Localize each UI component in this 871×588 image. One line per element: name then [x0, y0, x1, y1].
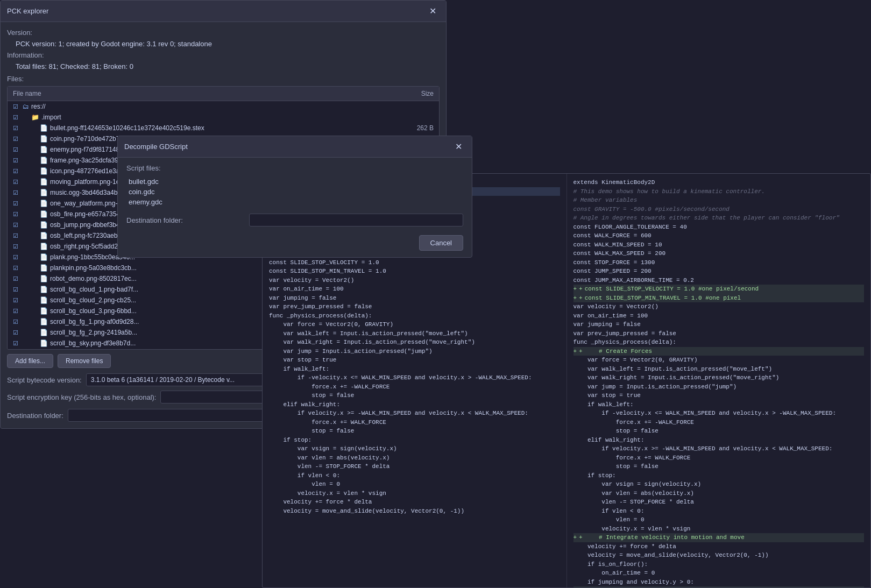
file-name: scroll_bg_cloud_2.png-cb25...	[50, 296, 136, 304]
diff-line: var walk_right = Input.is_action_pressed…	[269, 338, 560, 347]
diff-line: vlen = 0	[269, 480, 560, 489]
diff-line: stop = false	[573, 462, 865, 471]
diff-line: stop = false	[269, 427, 560, 436]
decompile-cancel-button[interactable]: Cancel	[419, 235, 463, 251]
diff-line: var vsign = sign(velocity.x)	[269, 444, 560, 454]
file-icon: 📄	[40, 253, 48, 261]
diff-line: var prev_jump_pressed = false	[573, 329, 865, 338]
diff-line: if stop:	[573, 471, 865, 480]
checkbox-icon: ☑	[13, 329, 18, 336]
checkbox-icon: ☑	[13, 211, 18, 218]
script-list-item[interactable]: bullet.gdc	[126, 176, 463, 187]
file-name: scroll_bg_fg_2.png-2419a5b...	[50, 329, 137, 336]
version-row: Version:	[7, 29, 440, 37]
diff-line: var jump = Input.is_action_pressed("jump…	[573, 382, 865, 392]
diff-line: stop = false	[269, 391, 560, 400]
checkbox-icon: ☑	[13, 308, 18, 315]
diff-line: const WALK_MAX_SPEED = 200	[573, 249, 865, 258]
decompile-dialog-content: Script files: bullet.gdccoin.gdcenemy.gd…	[118, 158, 472, 257]
diff-line: const SLIDE_STOP_VELOCITY = 1.0	[269, 258, 560, 267]
checkbox-icon: ☑	[13, 136, 18, 143]
diff-line: var jumping = false	[269, 294, 560, 303]
diff-line: elif walk_right:	[573, 436, 865, 445]
diff-line: const STOP_FORCE = 1300	[573, 258, 865, 267]
diff-line: if -velocity.x <= WALK_MIN_SPEED and vel…	[573, 409, 865, 418]
table-row[interactable]: ☑🗂res://	[8, 101, 439, 112]
decompile-dialog: Decompile GDScript ✕ Script files: bulle…	[117, 136, 472, 258]
diff-line: # Angle in degrees towards either side t…	[573, 214, 865, 223]
dest-folder-label: Destination folder:	[7, 412, 63, 420]
diff-line: force.x += WALK_FORCE	[269, 418, 560, 427]
diff-line: const JUMP_SPEED = 200	[573, 267, 865, 276]
diff-line: func _physics_process(delta):	[573, 338, 865, 347]
file-icon: 📄	[40, 296, 48, 304]
script-list-item[interactable]: enemy.gdc	[126, 197, 463, 207]
diff-line: if is_on_floor():	[573, 560, 865, 569]
diff-line: if vlen < 0:	[573, 507, 865, 516]
diff-line: const JUMP_MAX_AIRBORNE_TIME = 0.2	[573, 276, 865, 285]
pck-dialog-titlebar: PCK explorer ✕	[1, 1, 446, 22]
checkbox-icon: ☑	[13, 254, 18, 261]
version-value-row: PCK version: 1; created by Godot engine:…	[7, 40, 440, 48]
diff-line: if walk_left:	[269, 365, 560, 374]
col-file-name: File name	[8, 87, 376, 101]
diff-line: on_air_time = 0	[573, 569, 865, 578]
diff-line: const WALK_FORCE = 600	[573, 231, 865, 240]
diff-line: var on_air_time = 100	[269, 285, 560, 294]
diff-line: var jumping = false	[573, 320, 865, 329]
decompile-dialog-buttons: Cancel	[126, 235, 463, 251]
diff-right-pane[interactable]: extends KinematicBody2D# This demo shows…	[567, 174, 871, 587]
diff-line: var velocity = Vector2()	[269, 276, 560, 285]
table-row[interactable]: ☑📁.import	[8, 112, 439, 123]
file-icon: 📄	[40, 318, 48, 325]
diff-line: const FLOOR_ANGLE_TOLERANCE = 40	[573, 223, 865, 232]
diff-line: extends KinematicBody2D	[573, 178, 865, 187]
col-size: Size	[376, 87, 439, 101]
diff-line: var force = Vector2(0, GRAVITY)	[269, 320, 560, 329]
checkbox-icon: ☑	[13, 340, 18, 347]
remove-files-button[interactable]: Remove files	[58, 354, 111, 368]
file-icon: 📄	[40, 146, 48, 153]
diff-line: var walk_right = Input.is_action_pressed…	[573, 373, 865, 382]
file-name: robot_demo.png-8502817ec...	[50, 275, 137, 282]
file-icon: 📄	[40, 286, 48, 293]
diff-line: velocity = move_and_slide(velocity, Vect…	[269, 507, 560, 516]
diff-line: + # Create Forces	[573, 347, 865, 356]
diff-line: if velocity.x >= -WALK_MIN_SPEED and vel…	[269, 409, 560, 418]
diff-line: vlen -= STOP_FORCE * delta	[573, 498, 865, 507]
root-icon: 🗂	[23, 103, 29, 110]
diff-line: const WALK_MIN_SPEED = 10	[573, 240, 865, 250]
script-list-item[interactable]: coin.gdc	[126, 187, 463, 197]
file-icon: 📄	[40, 307, 48, 315]
diff-line: var on_air_time = 100	[573, 311, 865, 321]
diff-line: var jump = Input.is_action_pressed("jump…	[269, 347, 560, 356]
pck-dialog-title: PCK explorer	[7, 7, 48, 15]
checkbox-icon: ☑	[13, 179, 18, 186]
diff-line: # This demo shows how to build a kinemat…	[573, 187, 865, 196]
pck-dialog-close-button[interactable]: ✕	[426, 5, 440, 17]
diff-line: var walk_left = Input.is_action_pressed(…	[269, 329, 560, 338]
decompile-dest-folder-input[interactable]	[249, 214, 463, 226]
decompile-dialog-close-button[interactable]: ✕	[452, 140, 465, 153]
diff-line: if velocity.x >= -WALK_MIN_SPEED and vel…	[573, 444, 865, 454]
checkbox-icon: ☑	[13, 297, 18, 304]
table-row[interactable]: ☑📄bullet.png-ff1424653e10246c11e3724e402…	[8, 123, 439, 133]
diff-line: var vlen = abs(velocity.x)	[573, 489, 865, 498]
file-name: scroll_bg_cloud_1.png-bad7f...	[50, 286, 138, 293]
file-icon: 📄	[40, 167, 48, 175]
diff-line: # Member variables	[573, 196, 865, 205]
file-icon: 📄	[40, 243, 48, 250]
add-files-button[interactable]: Add files...	[7, 354, 53, 368]
file-name: plankpin.png-5a03e8bdc3cb...	[50, 264, 137, 272]
file-name: .import	[41, 114, 61, 121]
script-bytecode-label: Script bytecode version:	[7, 376, 82, 384]
file-size	[376, 112, 439, 123]
diff-line: + # If falling, no longer jumping	[573, 586, 865, 587]
checkbox-icon: ☑	[13, 275, 18, 282]
diff-line: var vlen = abs(velocity.x)	[269, 454, 560, 463]
checkbox-icon: ☑	[13, 103, 18, 110]
checkbox-icon: ☑	[13, 222, 18, 229]
folder-icon: 📁	[31, 114, 39, 121]
diff-line: +const SLIDE_STOP_MIN_TRAVEL = 1.0 #one …	[573, 294, 865, 303]
checkbox-icon: ☑	[13, 318, 18, 325]
